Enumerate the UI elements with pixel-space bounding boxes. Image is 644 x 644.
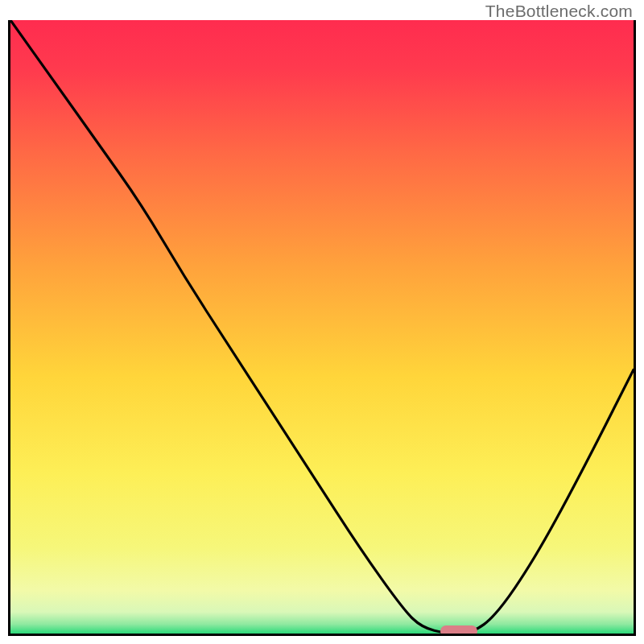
chart-frame bbox=[8, 20, 636, 636]
optimal-marker bbox=[440, 625, 477, 636]
watermark-text: TheBottleneck.com bbox=[485, 2, 633, 21]
bottleneck-curve bbox=[10, 20, 634, 634]
